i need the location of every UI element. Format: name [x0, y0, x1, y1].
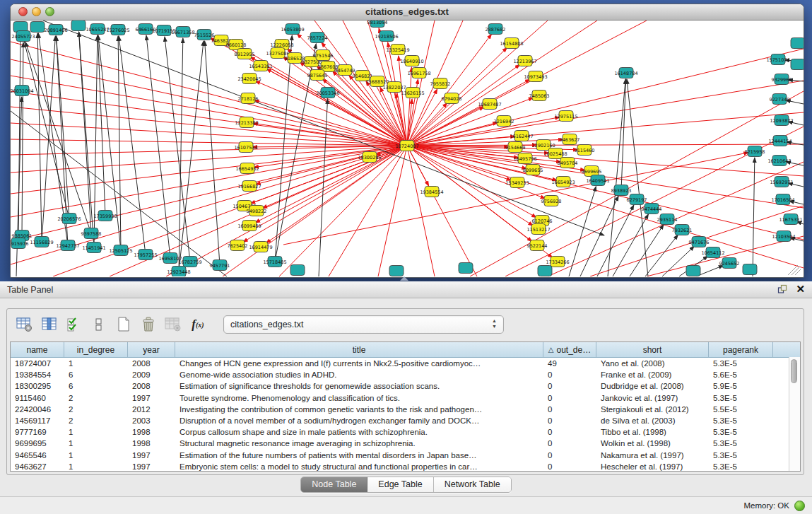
column-chooser-button[interactable]: [39, 314, 60, 335]
cell-title[interactable]: Estimation of the future numbers of pati…: [175, 451, 543, 460]
column-header-pagerank[interactable]: pagerank: [709, 342, 773, 357]
cell-name[interactable]: 18724007: [11, 359, 64, 368]
cell-title[interactable]: Investigating the contribution of common…: [175, 405, 543, 414]
table-row[interactable]: 969969511998Structural magnetic resonanc…: [11, 438, 800, 449]
cell-title[interactable]: Corpus callosum shape and size in male p…: [175, 428, 543, 436]
cell-pagerank[interactable]: 5.3E-5: [709, 451, 773, 460]
cell-in_degree[interactable]: 6: [64, 370, 128, 379]
cell-short[interactable]: Jankovic et al. (1997): [596, 394, 709, 402]
window-resize-grip[interactable]: [792, 267, 800, 275]
cell-year[interactable]: 2012: [128, 405, 175, 414]
cell-short[interactable]: Dudbridge et al. (2008): [596, 382, 709, 390]
table-settings-button[interactable]: [14, 314, 35, 335]
cell-out_degree[interactable]: 0: [543, 428, 596, 436]
close-panel-icon[interactable]: ✕: [796, 284, 805, 295]
tab-edge-table[interactable]: Edge Table: [367, 477, 433, 492]
cell-year[interactable]: 1997: [128, 394, 175, 402]
cell-name[interactable]: 14569117: [11, 416, 64, 425]
cell-out_degree[interactable]: 0: [543, 394, 596, 402]
cell-name[interactable]: 9777169: [11, 428, 64, 436]
cell-out_degree[interactable]: 0: [543, 439, 596, 448]
scrollbar-thumb[interactable]: [791, 359, 797, 383]
column-header-short[interactable]: short: [596, 342, 709, 357]
cell-pagerank[interactable]: 5.3E-5: [709, 359, 773, 368]
cell-in_degree[interactable]: 2: [64, 394, 128, 402]
cell-out_degree[interactable]: 0: [543, 451, 596, 460]
cell-year[interactable]: 2008: [128, 359, 175, 368]
graph-node[interactable]: [71, 21, 86, 31]
cell-title[interactable]: Tourette syndrome. Phenomenology and cla…: [175, 394, 543, 402]
cell-out_degree[interactable]: 0: [543, 382, 596, 390]
cell-pagerank[interactable]: 5.9E-5: [709, 382, 773, 390]
table-row[interactable]: 946362711997Embryonic stem cells: a mode…: [11, 461, 800, 472]
cell-short[interactable]: Hescheler et al. (1997): [596, 462, 709, 471]
cell-short[interactable]: Franke et al. (2009): [596, 370, 709, 379]
cell-short[interactable]: Tibbo et al. (1998): [596, 428, 709, 436]
new-file-button[interactable]: [113, 314, 134, 335]
cell-title[interactable]: Genome-wide association studies in ADHD.: [175, 370, 543, 379]
splitter-handle[interactable]: [400, 276, 408, 281]
cell-pagerank[interactable]: 5.3E-5: [709, 462, 773, 471]
cell-in_degree[interactable]: 1: [64, 428, 128, 436]
cell-title[interactable]: Estimation of significance thresholds fo…: [175, 382, 543, 390]
table-row[interactable]: 1456911722003Disruption of a novel membe…: [11, 415, 800, 426]
graph-node[interactable]: [538, 266, 552, 276]
network-canvas[interactable]: 1222605813275086818652893275089751546286…: [11, 21, 804, 276]
cell-title[interactable]: Embryonic stem cells: a model to study s…: [175, 462, 543, 471]
cell-out_degree[interactable]: 0: [543, 416, 596, 425]
cell-out_degree[interactable]: 0: [543, 405, 596, 414]
graph-node[interactable]: [290, 265, 305, 276]
cell-year[interactable]: 1998: [128, 439, 175, 448]
cell-name[interactable]: 18300295: [11, 382, 64, 390]
graph-node[interactable]: [389, 266, 404, 276]
cell-in_degree[interactable]: 1: [64, 439, 128, 448]
cell-name[interactable]: 19384554: [11, 370, 64, 379]
cell-year[interactable]: 2008: [128, 382, 175, 390]
cell-out_degree[interactable]: 0: [543, 462, 596, 471]
cell-title[interactable]: Changes of HCN gene expression and I(f) …: [175, 359, 543, 368]
column-header-year[interactable]: year: [128, 342, 175, 357]
cell-in_degree[interactable]: 1: [64, 451, 128, 460]
graph-node[interactable]: [791, 38, 804, 49]
graph-node[interactable]: [686, 266, 700, 276]
cell-pagerank[interactable]: 5.3E-5: [709, 428, 773, 436]
cell-year[interactable]: 2009: [128, 370, 175, 379]
column-header-title[interactable]: title: [175, 342, 543, 357]
cell-in_degree[interactable]: 2: [64, 405, 128, 414]
cell-year[interactable]: 1997: [128, 451, 175, 460]
cell-in_degree[interactable]: 2: [64, 416, 128, 425]
row-options-button[interactable]: [88, 314, 110, 335]
cell-title[interactable]: Disruption of a novel member of a sodium…: [175, 416, 543, 425]
cell-name[interactable]: 9463627: [11, 462, 64, 471]
cell-short[interactable]: Nakamura et al. (1997): [596, 451, 709, 460]
cell-short[interactable]: Yano et al. (2008): [596, 359, 709, 368]
cell-name[interactable]: 9699695: [11, 439, 64, 448]
cell-pagerank[interactable]: 5.3E-5: [709, 439, 773, 448]
cell-name[interactable]: 9465546: [11, 451, 64, 460]
cell-out_degree[interactable]: 0: [543, 370, 596, 379]
table-row[interactable]: 1830029562008Estimation of significance …: [11, 380, 800, 392]
cell-in_degree[interactable]: 1: [64, 359, 128, 368]
cell-short[interactable]: Stergiakouli et al. (2012): [596, 405, 709, 414]
table-row[interactable]: 2242004622012Investigating the contribut…: [11, 404, 800, 415]
table-row[interactable]: 1872400712008Changes of HCN gene express…: [11, 358, 800, 369]
graph-node[interactable]: [459, 263, 473, 274]
cell-year[interactable]: 2003: [128, 416, 175, 425]
graph-node[interactable]: [743, 264, 757, 275]
cell-name[interactable]: 22420046: [11, 405, 64, 414]
table-row[interactable]: 911546021997Tourette syndrome. Phenomeno…: [11, 392, 800, 404]
cell-pagerank[interactable]: 5.5E-5: [709, 405, 773, 414]
column-header-out_de[interactable]: △out_de…: [543, 342, 596, 357]
table-vertical-scrollbar[interactable]: [789, 357, 800, 471]
tab-network-table[interactable]: Network Table: [434, 477, 511, 492]
memory-status-indicator[interactable]: [794, 501, 805, 511]
cell-out_degree[interactable]: 49: [543, 359, 596, 368]
graph-node[interactable]: [30, 22, 45, 33]
float-panel-icon[interactable]: [777, 284, 787, 294]
delete-table-button[interactable]: [163, 314, 184, 335]
cell-name[interactable]: 9115460: [11, 394, 64, 402]
column-header-name[interactable]: name: [11, 342, 64, 357]
trash-button[interactable]: [138, 314, 159, 335]
select-columns-button[interactable]: [64, 314, 85, 335]
network-selector[interactable]: citations_edges.txt ▲▼: [223, 315, 504, 334]
